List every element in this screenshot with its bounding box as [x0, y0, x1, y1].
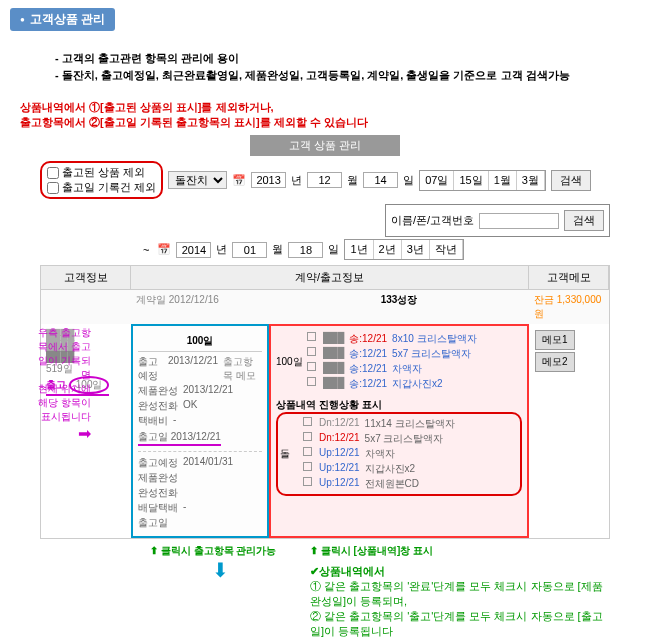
sub-header: 고객 상품 관리 [250, 135, 400, 156]
th-memo: 고객메모 [529, 266, 609, 289]
annotation-text: 출고항목에서 ②[출고일 기록된 출고항목의 표시]를 제외할 수 있습니다 [20, 115, 630, 130]
name-search-box: 이름/폰/고객번호 검색 [385, 204, 610, 237]
quick-date[interactable]: 3년 [402, 240, 430, 259]
memo-column: 메모1 메모2 [529, 324, 609, 538]
top-annotation: 상품내역에서 ①[출고된 상품의 표시]를 제외하거나, 출고항목에서 ②[출고… [20, 100, 630, 130]
side-annotation: 우측 출고항목에서 출고일이 기록되면 현재 위치에 해당 항목이 표시됩니다 … [31, 326, 91, 443]
quick-date[interactable]: 15일 [454, 171, 488, 190]
green-note-title: ✔상품내역에서 [310, 564, 610, 579]
calendar-icon[interactable]: 📅 [157, 243, 171, 256]
date-to-d[interactable] [288, 242, 323, 258]
quick-date[interactable]: 07일 [420, 171, 454, 190]
studio-name: 133성장 [269, 290, 529, 324]
table-header-row: 고객정보 계약/출고정보 고객메모 [41, 266, 609, 290]
date-from-d[interactable] [363, 172, 398, 188]
th-contract: 계약/출고정보 [131, 266, 529, 289]
chk-exclude-shipped[interactable]: 출고된 상품 제외 [47, 165, 156, 180]
main-table: 고객정보 계약/출고정보 고객메모 계약일 2012/12/16 133성장 잔… [40, 265, 610, 539]
notice-line: - 돌잔치, 출고예정일, 최근완료촬영일, 제품완성일, 고객등록일, 계약일… [55, 68, 595, 83]
quick-date[interactable]: 3월 [517, 171, 545, 190]
date-to-y[interactable] [176, 242, 211, 258]
search-button[interactable]: 검색 [551, 170, 591, 191]
summary-row: 계약일 2012/12/16 133성장 잔금 1,330,000원 [41, 290, 609, 324]
shipping-panel[interactable]: 100일 출고예정 2013/12/21 출고항목 메모 제품완성 2013/1… [131, 324, 269, 538]
quick-date-grid2: 1년 2년 3년 작년 [344, 239, 463, 260]
page-header: 고객상품 관리 [10, 8, 115, 31]
right-day2: 돌 [280, 447, 300, 461]
quick-date[interactable]: 1월 [489, 171, 517, 190]
progress-title: 상품내역 진행상황 표시 [276, 398, 522, 412]
quick-date[interactable]: 작년 [430, 240, 463, 259]
right-day-label: 100일 [276, 355, 304, 369]
green-note-line: ① 같은 출고항목의 '완료'단계를 모두 체크시 자동으로 [제품완성일]이 … [310, 579, 610, 609]
filter-type-select[interactable]: 돌잔치 [168, 171, 227, 189]
green-note-line: ② 같은 출고항목의 '출고'단계를 모두 체크시 자동으로 [출고일]이 등록… [310, 609, 610, 639]
name-search-button[interactable]: 검색 [564, 210, 604, 231]
click-hint-right: ⬆ 클릭시 [상품내역]창 표시 [310, 544, 610, 558]
exclude-checkboxes: 출고된 상품 제외 출고일 기록건 제외 [40, 161, 163, 199]
deposit: 잔금 1,330,000원 [529, 290, 609, 324]
calendar-icon[interactable]: 📅 [232, 174, 246, 187]
annotation-text: 상품내역에서 ①[출고된 상품의 표시]를 제외하거나, [20, 100, 630, 115]
content-row: 우측 출고항목에서 출고일이 기록되면 현재 위치에 해당 항목이 표시됩니다 … [41, 324, 609, 538]
quick-date[interactable]: 2년 [374, 240, 402, 259]
search-label: 이름/폰/고객번호 [391, 213, 474, 228]
click-hint-left: ⬆ 클릭시 출고항목 관리가능 [150, 544, 290, 558]
notice-box: - 고객의 출고관련 항목의 관리에 용이 - 돌잔치, 출고예정일, 최근완료… [50, 44, 600, 90]
th-customer: 고객정보 [41, 266, 131, 289]
mid-title: 100일 [138, 331, 262, 352]
quick-date[interactable]: 1년 [345, 240, 373, 259]
date-to-m[interactable] [232, 242, 267, 258]
date-from-y[interactable] [251, 172, 286, 188]
filter-bar: 출고된 상품 제외 출고일 기록건 제외 돌잔치 📅 년 월 일 07일 15일… [40, 161, 610, 237]
memo2-button[interactable]: 메모2 [535, 352, 575, 372]
quick-date-grid: 07일 15일 1월 3월 [419, 170, 546, 191]
product-panel[interactable]: 100일 ███ 송:12/21 8x10 크리스탈액자 ███ 송:12/21… [269, 324, 529, 538]
notice-line: - 고객의 출고관련 항목의 관리에 용이 [55, 51, 595, 66]
chk-exclude-dated[interactable]: 출고일 기록건 제외 [47, 180, 156, 195]
arrow-down-icon: ⬇ [150, 558, 290, 582]
date-from-m[interactable] [307, 172, 342, 188]
page-title: 고객상품 관리 [30, 11, 105, 28]
memo1-button[interactable]: 메모1 [535, 330, 575, 350]
contract-date: 계약일 2012/12/16 [136, 294, 219, 305]
name-search-input[interactable] [479, 213, 559, 229]
customer-panel: 우측 출고항목에서 출고일이 기록되면 현재 위치에 해당 항목이 표시됩니다 … [41, 324, 131, 538]
